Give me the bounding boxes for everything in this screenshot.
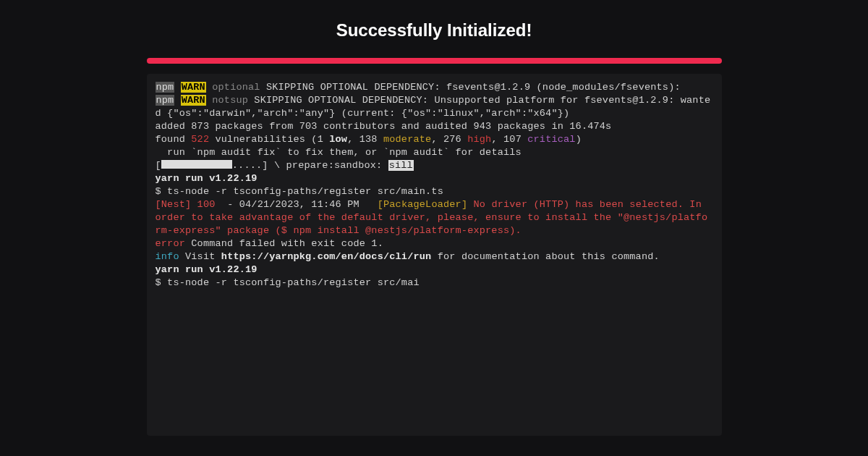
log-line: npm WARN optional SKIPPING OPTIONAL DEPE… <box>156 81 713 94</box>
log-line: yarn run v1.22.19 <box>156 263 713 276</box>
log-text: for documentation about this command. <box>431 251 659 262</box>
log-text: , 138 <box>347 134 383 145</box>
warn-tag: WARN <box>181 82 206 93</box>
package-loader-tag: [PackageLoader] <box>378 199 474 210</box>
log-line: [.....] \ prepare:sandbox: sill <box>156 159 713 172</box>
log-line: $ ts-node -r tsconfig-paths/register src… <box>156 276 713 290</box>
log-line: added 873 packages from 703 contributors… <box>156 120 713 133</box>
log-line: error Command failed with exit code 1. <box>156 237 713 250</box>
sill-tag: sill <box>388 160 414 171</box>
log-text: Visit <box>179 251 221 262</box>
log-text: ) <box>576 134 582 145</box>
log-line: yarn run v1.22.19 <box>156 172 713 185</box>
log-timestamp: 04/21/2023, 11:46 PM <box>239 199 378 210</box>
log-text: Command failed with exit code 1. <box>185 238 383 249</box>
keyword-optional: optional <box>212 82 260 93</box>
accent-bar <box>147 58 722 64</box>
npm-tag: npm <box>156 82 175 93</box>
npm-tag: npm <box>156 95 175 106</box>
info-tag: info <box>156 251 179 262</box>
log-text: SKIPPING OPTIONAL DEPENDENCY: fsevents@1… <box>260 82 681 93</box>
progress-bar-icon <box>161 160 232 169</box>
info-url: https://yarnpkg.com/en/docs/cli/run <box>221 251 432 262</box>
vuln-high: high <box>467 134 491 145</box>
page-title: Successfully Initialized! <box>336 20 532 41</box>
log-line: info Visit https://yarnpkg.com/en/docs/c… <box>156 250 713 263</box>
log-text: - <box>227 199 239 210</box>
warn-tag: WARN <box>181 95 206 106</box>
log-text: vulnerabilities (1 <box>209 134 329 145</box>
log-line: found 522 vulnerabilities (1 low, 138 mo… <box>156 133 713 146</box>
log-line: npm WARN notsup SKIPPING OPTIONAL DEPEND… <box>156 94 713 120</box>
keyword-notsup: notsup <box>212 95 248 106</box>
terminal-output: npm WARN optional SKIPPING OPTIONAL DEPE… <box>147 74 722 436</box>
log-text: [ <box>156 160 161 171</box>
log-line: $ ts-node -r tsconfig-paths/register src… <box>156 185 713 198</box>
vuln-moderate: moderate <box>383 134 431 145</box>
error-tag: error <box>156 238 186 249</box>
log-text: .....] \ prepare:sandbox: <box>232 160 388 171</box>
vuln-count: 522 <box>191 134 209 145</box>
log-text: , 107 <box>491 134 527 145</box>
log-text: , 276 <box>431 134 467 145</box>
vuln-critical: critical <box>527 134 575 145</box>
log-line: [Nest] 100 - 04/21/2023, 11:46 PM [Packa… <box>156 198 713 237</box>
log-line: run `npm audit fix` to fix them, or `npm… <box>156 146 713 159</box>
nest-tag: [Nest] 100 <box>156 199 228 210</box>
log-text: found <box>156 134 192 145</box>
vuln-low: low <box>329 134 347 145</box>
